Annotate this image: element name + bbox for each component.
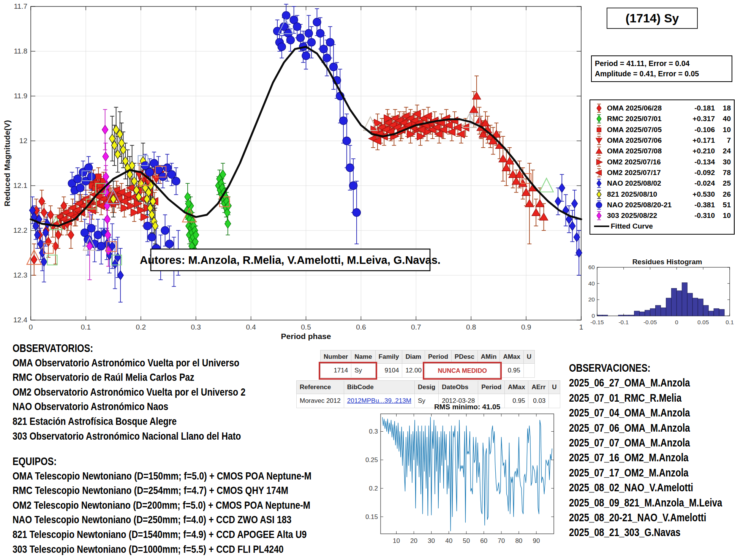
equipment-item: 821 Telescopio Newtoniano (D=1540mm; f=4… <box>13 527 307 542</box>
svg-text:0.4: 0.4 <box>246 323 256 331</box>
svg-text:0.2: 0.2 <box>136 323 146 331</box>
svg-text:0.15: 0.15 <box>365 513 378 521</box>
svg-text:Residues Histogram: Residues Histogram <box>632 258 702 266</box>
legend-session-label: OMA 2025/06/28 <box>605 104 687 112</box>
legend-count: 10 <box>715 126 731 134</box>
table-cell <box>523 364 534 378</box>
table-header-cell: AMax <box>500 350 523 364</box>
table-header-cell: AMax <box>505 381 528 394</box>
svg-text:0.2: 0.2 <box>369 485 378 492</box>
legend-marker-icon <box>593 167 605 178</box>
legend-session-label: NAO 2025/08/02 <box>605 179 687 188</box>
observatory-item: OM2 Observatorio Astronómico Vuelta por … <box>13 385 245 400</box>
svg-text:0.9: 0.9 <box>521 323 531 331</box>
legend-marker-icon <box>593 135 605 146</box>
legend-marker-icon <box>593 210 605 221</box>
legend-offset: +0.317 <box>687 115 715 123</box>
svg-text:0.25: 0.25 <box>365 456 378 464</box>
legend-session-label: OM2 2025/07/17 <box>605 169 687 177</box>
table-header-cell: Period <box>425 350 451 364</box>
legend-row: OM2 2025/07/17-0.09278 <box>593 167 731 178</box>
legend-count: 10 <box>715 211 731 220</box>
observation-item: 2025_07_06_OMA_M.Anzola <box>569 421 690 435</box>
table-cell: 12.00 <box>402 364 425 378</box>
equipment-item: OM2 Telescopio Newtoniano (D=200mm; f=5.… <box>13 498 310 513</box>
lightcurve-chart: 00.10.20.30.40.50.60.70.80.9111.711.811.… <box>0 0 585 342</box>
legend-row: OMA 2025/07/08+0.21024 <box>593 146 731 156</box>
table-header-cell: AErr <box>528 381 549 394</box>
observation-item: 2025_07_04_OMA_M.Anzola <box>569 405 690 420</box>
svg-text:0.05: 0.05 <box>697 319 709 325</box>
table-header-cell: Diam <box>402 350 425 364</box>
legend-row: OMA 2025/07/05-0.10610 <box>593 125 731 135</box>
legend-offset: -0.310 <box>687 211 715 220</box>
legend-offset: -0.134 <box>687 158 715 166</box>
table-header-cell: U <box>549 381 560 394</box>
table-header-cell: Family <box>375 350 402 364</box>
legend-session-label: 821 2025/08/10 <box>605 190 687 199</box>
asteroid-title: (1714) Sy <box>626 11 679 25</box>
observation-item: 2025_08_20-21_NAO_V.Amelotti <box>569 510 706 525</box>
svg-text:-0.1: -0.1 <box>618 319 629 325</box>
svg-text:10: 10 <box>393 537 400 544</box>
table-cell: Sy <box>351 364 375 378</box>
svg-text:0.3: 0.3 <box>369 428 378 435</box>
observation-item: 2025_07_17_OM2_M.Anzola <box>569 465 689 480</box>
observatory-item: NAO Observatorio Astronómico Naos <box>13 399 168 414</box>
legend-offset: -0.092 <box>687 169 715 177</box>
legend-count: 30 <box>715 158 731 166</box>
observation-item: 2025_08_02_NAO_V.Amelotti <box>569 480 693 495</box>
observation-item: 2025_07_07_OMA_M.Anzola <box>569 435 690 450</box>
legend-row: OM2 2025/07/16-0.13430 <box>593 156 731 167</box>
legend-row: 821 2025/08/10+0.53026 <box>593 189 731 199</box>
legend-row: 303 2025/08/22-0.31010 <box>593 210 731 221</box>
equipment-item: OMA Telescopio Newtoniano (D=150mm; f=5.… <box>13 469 311 484</box>
legend-marker-icon <box>593 103 605 114</box>
legend-session-label: NAO 2025/08/20-21 <box>605 201 687 209</box>
table-cell: 0.95 <box>500 364 523 378</box>
legend-count: 40 <box>715 115 731 123</box>
svg-text:11.8: 11.8 <box>14 47 27 55</box>
table-cell: 9104 <box>375 364 402 378</box>
svg-text:0: 0 <box>29 323 33 331</box>
legend: OMA 2025/06/28-0.18118RMC 2025/07/01+0.3… <box>590 99 735 235</box>
observation-item: 2025_07_16_OM2_M.Anzola <box>569 450 689 465</box>
svg-text:11.9: 11.9 <box>14 92 27 100</box>
legend-offset: -0.024 <box>687 179 715 188</box>
svg-text:12.4: 12.4 <box>13 316 27 324</box>
table-header-cell: DateObs <box>439 381 478 394</box>
equipos-list: EQUIPOS: OMA Telescopio Newtoniano (D=15… <box>13 454 377 557</box>
table-header-cell: PDesc <box>451 350 477 364</box>
svg-text:80: 80 <box>515 537 522 544</box>
table-cell: NUNCA MEDIDO <box>425 364 499 378</box>
legend-row: OMA 2025/07/06+0.1717 <box>593 135 731 146</box>
period-line: Period = 41.11, Error = 0.04 <box>595 58 729 69</box>
observatory-item: RMC Observatorio de Raúl Melia Carlos Pa… <box>13 370 194 385</box>
svg-text:RMS minimo: 41.05: RMS minimo: 41.05 <box>434 403 501 411</box>
svg-text:60: 60 <box>588 264 595 270</box>
equipment-item: RMC Telescopio Newtoniano (D=254mm; f=4.… <box>13 483 288 498</box>
legend-marker-icon <box>593 114 605 124</box>
svg-text:0: 0 <box>675 319 678 325</box>
asteroid-title-box: (1714) Sy <box>607 8 698 29</box>
legend-row: NAO 2025/08/20-21-0.38151 <box>593 200 731 210</box>
table-header-cell: BibCode <box>344 381 414 394</box>
table-header-cell: U <box>523 350 534 364</box>
observation-item: 2025_07_01_RMC_R.Melia <box>569 391 681 405</box>
svg-text:20: 20 <box>410 537 417 544</box>
svg-text:90: 90 <box>533 537 540 544</box>
svg-text:0.6: 0.6 <box>356 323 366 331</box>
observation-item: 2025_08_09_821_M.Anzola_M.Leiva <box>569 495 722 510</box>
legend-marker-icon <box>593 146 605 156</box>
svg-text:11.7: 11.7 <box>14 2 27 10</box>
observatory-item: OMA Observatorio Astronómico Vuelta por … <box>13 356 239 371</box>
observation-item: 2025_08_21_303_G.Navas <box>569 525 681 540</box>
legend-count: 24 <box>715 147 731 155</box>
equipment-item: NAO Telescopio Newtoniano (D=250mm; f=4.… <box>13 513 291 527</box>
svg-text:40: 40 <box>588 280 595 287</box>
svg-text:60: 60 <box>480 537 487 544</box>
observatorios-list: OBSERVATORIOS: OMA Observatorio Astronóm… <box>13 341 297 443</box>
table-cell: Moravec 2012 <box>297 394 344 408</box>
svg-text:12.2: 12.2 <box>13 226 27 234</box>
legend-session-label: 303 2025/08/22 <box>605 211 687 220</box>
